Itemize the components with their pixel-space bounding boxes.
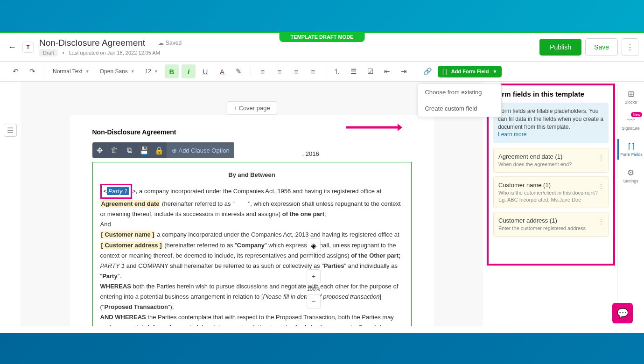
svg-marker-1 <box>398 124 402 131</box>
gear-icon: ⚙ <box>627 168 634 178</box>
save-clause-button[interactable]: 💾 <box>137 142 152 158</box>
justify-button[interactable]: ≡ <box>306 64 320 78</box>
zoom-value: 100% <box>307 286 320 292</box>
highlight-button[interactable]: ✎ <box>232 64 246 78</box>
bullet-list-button[interactable]: ☰ <box>347 64 361 78</box>
cover-page-button[interactable]: + Cover page <box>226 101 277 115</box>
cloud-icon: ☁ <box>158 40 164 46</box>
last-updated: Last updated on Jan 18, 2022 12:05 AM <box>69 50 160 56</box>
more-menu-button[interactable]: ⋮ <box>622 38 638 56</box>
zoom-out-button[interactable]: − <box>307 294 321 308</box>
brackets-icon: [ ] <box>628 142 635 151</box>
add-clause-option-button[interactable]: ⊕Add Clause Option <box>167 142 234 158</box>
form-fields-tab[interactable]: [ ] Form Fields <box>617 139 644 160</box>
brackets-icon: [ ] <box>442 68 448 75</box>
content-row: ☰ + Cover page Non-Disclosure Agreement … <box>0 82 644 326</box>
party1-highlight[interactable]: <Party 1 <box>100 184 133 199</box>
italic-button[interactable]: I <box>182 64 196 78</box>
field-card[interactable]: Customer address (1) Enter the customer … <box>493 212 609 237</box>
panel-title: Form fields in this template <box>493 90 609 98</box>
undo-button[interactable]: ↶ <box>8 64 22 78</box>
signature-icon: 〰 <box>627 116 635 125</box>
formatting-toolbar: ↶ ↷ Normal Text▼ Open Sans▼ 12▼ B I U A … <box>0 62 644 82</box>
bold-button[interactable]: B <box>165 64 179 78</box>
draft-chip: Draft <box>39 49 58 56</box>
lock-clause-button[interactable]: 🔒 <box>152 142 167 158</box>
field-menu-button[interactable]: ⋮ <box>598 182 604 190</box>
underline-button[interactable]: U <box>198 64 212 78</box>
move-handle[interactable]: ✥ <box>92 142 107 158</box>
save-button[interactable]: Save <box>585 38 618 56</box>
copy-clause-button[interactable]: ⧉ <box>122 142 137 158</box>
add-form-field-button[interactable]: [ ] Add Form Field ▼ Choose from existin… <box>438 66 502 77</box>
erase-button[interactable]: ◈ <box>307 238 321 252</box>
back-button[interactable]: ← <box>6 41 19 54</box>
settings-tab[interactable]: ⚙ Settings <box>617 165 644 186</box>
field-agreement-end-date[interactable]: Agreement end date <box>100 200 161 208</box>
create-custom-option[interactable]: Create custom field <box>418 100 501 117</box>
field-card[interactable]: Customer name (1) Who is the cutomer/cli… <box>493 176 609 208</box>
chevron-down-icon: ▼ <box>492 69 497 74</box>
right-rail: ⊞ Blocks New 〰 Signature [ ] Form Fields… <box>617 82 644 326</box>
new-badge: New <box>631 112 642 117</box>
field-menu-button[interactable]: ⋮ <box>598 154 604 161</box>
choose-existing-option[interactable]: Choose from existing <box>418 84 501 100</box>
mode-badge: TEMPLATE DRAFT MODE <box>280 32 365 42</box>
indent-increase-button[interactable]: ⇥ <box>397 64 411 78</box>
indent-decrease-button[interactable]: ⇤ <box>380 64 394 78</box>
field-customer-name[interactable]: [ Customer name ] <box>100 231 155 238</box>
form-fields-panel: Form fields in this template Form fields… <box>487 84 615 266</box>
align-right-button[interactable]: ≡ <box>289 64 303 78</box>
by-and-between: By and Between <box>100 170 404 180</box>
app-frame: TEMPLATE DRAFT MODE ← T Non-Disclosure A… <box>0 32 644 333</box>
learn-more-link[interactable]: Learn more <box>498 131 604 139</box>
zoom-controls: + 100% − <box>307 269 321 308</box>
font-size-select[interactable]: 12▼ <box>141 66 162 77</box>
arrow-callout <box>346 123 402 132</box>
zoom-in-button[interactable]: + <box>307 269 321 283</box>
delete-clause-button[interactable]: 🗑 <box>107 142 122 158</box>
text-color-button[interactable]: A <box>215 64 229 78</box>
font-family-select[interactable]: Open Sans▼ <box>96 66 139 77</box>
form-field-dropdown: Choose from existing Create custom field <box>418 84 502 117</box>
numbered-list-button[interactable]: ⒈ <box>330 64 344 78</box>
field-card[interactable]: Agreement end date (1) When does the agr… <box>493 148 609 173</box>
outline-toggle[interactable]: ☰ <box>4 124 17 137</box>
template-icon: T <box>22 42 34 53</box>
align-left-button[interactable]: ≡ <box>256 64 270 78</box>
clause-body[interactable]: By and Between <Party 1>, a company inco… <box>92 162 412 326</box>
align-center-button[interactable]: ≡ <box>273 64 287 78</box>
plus-icon: ⊕ <box>172 147 177 154</box>
left-rail: ☰ <box>0 82 21 326</box>
saved-indicator: ☁ Saved <box>158 40 182 46</box>
editor-area: + Cover page Non-Disclosure Agreement ✥ … <box>21 82 483 326</box>
bottom-banner <box>0 333 644 364</box>
checklist-button[interactable]: ☑ <box>364 64 378 78</box>
redo-button[interactable]: ↷ <box>25 64 39 78</box>
signature-tab[interactable]: New 〰 Signature <box>617 113 644 133</box>
link-button[interactable]: 🔗 <box>421 64 435 78</box>
field-customer-address[interactable]: [ Customer address ] <box>100 241 163 249</box>
document-title[interactable]: Non-Disclosure Agreement <box>39 38 145 48</box>
date-fragment: , 2016 <box>302 150 319 157</box>
paragraph-style-select[interactable]: Normal Text▼ <box>49 66 93 77</box>
clause-toolbar: ✥ 🗑 ⧉ 💾 🔒 ⊕Add Clause Option <box>92 142 234 158</box>
top-banner <box>0 0 644 32</box>
puzzle-icon: ⊞ <box>628 89 634 99</box>
blocks-tab[interactable]: ⊞ Blocks <box>617 86 644 107</box>
document-page[interactable]: Non-Disclosure Agreement ✥ 🗑 ⧉ 💾 🔒 ⊕Add … <box>70 115 434 326</box>
publish-button[interactable]: Publish <box>539 39 581 56</box>
field-menu-button[interactable]: ⋮ <box>598 218 604 225</box>
panel-info: Form fields are fillable placeholders. Y… <box>493 103 609 143</box>
chat-button[interactable]: 💬 <box>612 303 633 323</box>
